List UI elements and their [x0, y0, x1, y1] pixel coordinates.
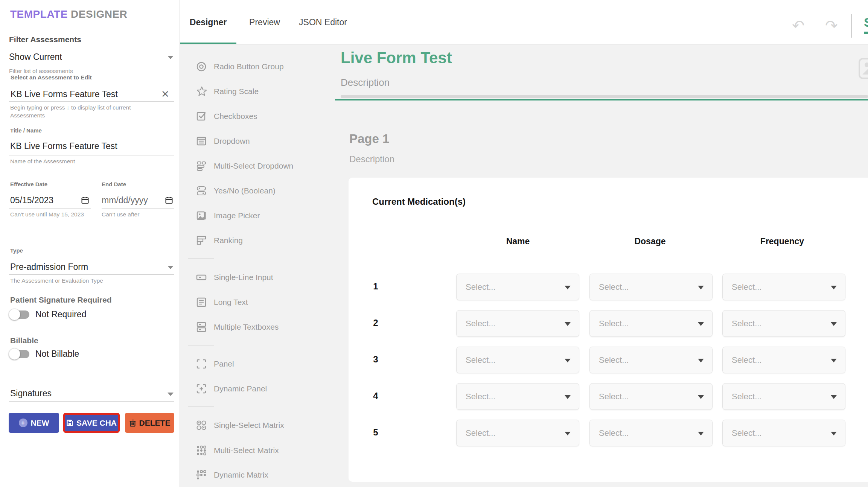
- toolbox-item-dynamic-panel[interactable]: Dynamic Panel: [196, 380, 267, 398]
- clear-assessment-icon[interactable]: ✕: [161, 88, 169, 100]
- title-name-helper: Name of the Assessment: [10, 158, 75, 166]
- tab-bar: Designer Preview JSON Editor ↶ ↷ S: [180, 0, 868, 44]
- toolbox-item-single-select-matrix[interactable]: Single-Select Matrix: [196, 416, 284, 434]
- matrix-row-label: 2: [367, 318, 384, 328]
- toolbox-divider: [188, 258, 214, 259]
- select-dosage-row2[interactable]: Select...: [589, 310, 713, 337]
- chevron-down-icon[interactable]: [168, 56, 174, 59]
- select-frequency-row1[interactable]: Select...: [722, 274, 845, 300]
- save-icon: [66, 419, 73, 426]
- toolbox-item-dropdown[interactable]: Dropdown: [196, 132, 250, 150]
- calendar-icon[interactable]: [81, 196, 89, 204]
- page-separator-line: [335, 99, 868, 100]
- toolbox-item-multi-select-matrix[interactable]: Multi-Select Matrix: [196, 441, 279, 460]
- chevron-down-icon: [831, 395, 837, 399]
- question-title[interactable]: Current Medication(s): [372, 196, 466, 207]
- tab-designer[interactable]: Designer: [180, 0, 236, 44]
- divider: [851, 14, 852, 38]
- toolbox-item-single-line-input[interactable]: Single-Line Input: [196, 268, 273, 286]
- title-name-input[interactable]: KB Live Forms Feature Test: [10, 141, 117, 151]
- chevron-down-icon: [831, 432, 837, 435]
- redo-icon[interactable]: ↷: [825, 19, 838, 32]
- multi-select-matrix-icon: [196, 444, 208, 457]
- effective-date-input[interactable]: 05/15/2023: [10, 195, 53, 205]
- question-panel[interactable]: Current Medication(s) Name Dosage Freque…: [349, 178, 868, 482]
- select-dosage-row5[interactable]: Select...: [589, 420, 713, 446]
- dynamic-matrix-icon: [196, 469, 208, 481]
- matrix-column-header-frequency: Frequency: [720, 236, 844, 247]
- chevron-down-icon: [698, 322, 704, 326]
- toolbox-item-multi-select-dropdown[interactable]: Multi-Select Dropdown: [196, 157, 293, 175]
- select-name-row2[interactable]: Select...: [456, 310, 579, 337]
- select-frequency-row3[interactable]: Select...: [722, 347, 845, 373]
- effective-date-label: Effective Date: [10, 181, 47, 187]
- billable-toggle[interactable]: [9, 350, 29, 358]
- page-title[interactable]: Page 1: [349, 132, 389, 146]
- select-name-row4[interactable]: Select...: [456, 383, 579, 410]
- toolbox-item-radio-button-group[interactable]: Radio Button Group: [196, 58, 284, 76]
- toolbox-item-rating-scale[interactable]: Rating Scale: [196, 82, 259, 100]
- toolbox-item-checkboxes[interactable]: Checkboxes: [196, 107, 257, 125]
- toggle-knob: [9, 309, 20, 320]
- chevron-down-icon[interactable]: [168, 266, 174, 269]
- select-name-row1[interactable]: Select...: [456, 274, 579, 300]
- ranking-icon: [196, 234, 208, 247]
- filter-assessments-heading: Filter Assessments: [9, 35, 81, 44]
- toolbox-item-multiple-textboxes[interactable]: Multiple Textboxes: [196, 318, 279, 336]
- select-dosage-row3[interactable]: Select...: [589, 347, 713, 373]
- toolbox-item-long-text[interactable]: Long Text: [196, 293, 248, 311]
- select-dosage-row4[interactable]: Select...: [589, 383, 713, 410]
- patient-signature-label: Patient Signature Required: [10, 295, 112, 304]
- toolbox-divider: [188, 345, 214, 345]
- logo-placeholder-icon[interactable]: [859, 58, 868, 79]
- assessment-select-helper: Begin typing or press ↓ to display list …: [10, 104, 166, 120]
- chevron-down-icon: [565, 395, 571, 399]
- form-description-input[interactable]: Description: [341, 77, 390, 88]
- select-dosage-row1[interactable]: Select...: [589, 274, 713, 300]
- divider: [9, 65, 174, 65]
- divider: [102, 208, 174, 208]
- logo-primary: TEMPLATE: [10, 8, 68, 20]
- toolbox-item-dynamic-matrix[interactable]: Dynamic Matrix: [196, 466, 268, 484]
- save-changes-button[interactable]: SAVE CHA: [63, 413, 120, 433]
- select-frequency-row4[interactable]: Select...: [722, 383, 845, 410]
- select-name-row3[interactable]: Select...: [456, 347, 579, 373]
- toolbox-item-panel[interactable]: Panel: [196, 355, 234, 373]
- chevron-down-icon: [565, 286, 571, 289]
- assessment-select-input[interactable]: KB Live Forms Feature Test: [11, 89, 118, 99]
- toolbox-item-yes-no-boolean[interactable]: Yes/No (Boolean): [196, 182, 276, 200]
- delete-button[interactable]: DELETE: [125, 413, 174, 433]
- effective-date-helper: Can't use until May 15, 2023: [10, 211, 87, 219]
- select-frequency-row5[interactable]: Select...: [722, 420, 845, 446]
- description-underline-bar: [341, 95, 868, 98]
- patient-signature-value: Not Required: [35, 309, 87, 320]
- patient-signature-toggle[interactable]: [9, 310, 29, 319]
- select-frequency-row2[interactable]: Select...: [722, 310, 845, 337]
- delete-button-label: DELETE: [139, 419, 171, 428]
- settings-partial-icon[interactable]: S: [864, 15, 868, 35]
- form-title[interactable]: Live Form Test: [341, 49, 452, 67]
- select-name-row5[interactable]: Select...: [456, 420, 579, 446]
- divider: [9, 274, 174, 275]
- designer-canvas: Radio Button Group Rating Scale Checkbox…: [180, 44, 868, 487]
- end-date-input[interactable]: mm/dd/yyyy: [102, 195, 148, 205]
- dynamic-panel-icon: [196, 383, 208, 395]
- type-select[interactable]: Pre-admission Form: [10, 262, 88, 272]
- toolbox-item-ranking[interactable]: Ranking: [196, 231, 243, 250]
- chevron-down-icon: [698, 286, 704, 289]
- page-description-input[interactable]: Description: [349, 154, 394, 164]
- undo-icon[interactable]: ↶: [792, 19, 805, 32]
- divider: [9, 208, 91, 208]
- chevron-down-icon: [831, 359, 837, 362]
- signatures-select[interactable]: Signatures: [10, 388, 52, 399]
- radio-button-group-icon: [196, 61, 208, 73]
- show-filter-select[interactable]: Show Current: [9, 52, 62, 62]
- multi-select-dropdown-icon: [196, 160, 208, 172]
- toolbox-item-image-picker[interactable]: Image Picker: [196, 207, 260, 225]
- calendar-icon[interactable]: [165, 196, 173, 204]
- tab-preview[interactable]: Preview: [236, 0, 293, 44]
- end-date-helper: Can't use after: [102, 211, 139, 219]
- new-button[interactable]: + NEW: [9, 413, 59, 433]
- chevron-down-icon[interactable]: [168, 393, 174, 396]
- tab-json-editor[interactable]: JSON Editor: [293, 0, 353, 44]
